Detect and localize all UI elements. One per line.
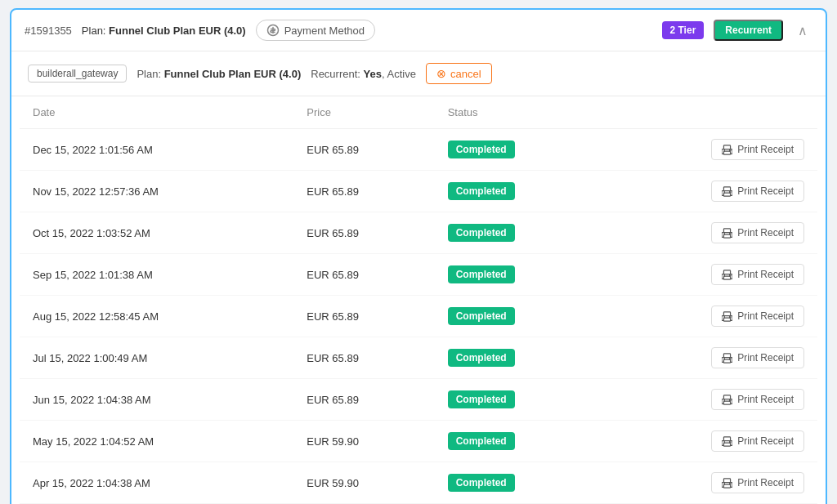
svg-point-21	[730, 399, 731, 400]
payment-card: #1591355 Plan: Funnel Club Plan EUR (4.0…	[10, 8, 827, 504]
cell-status: Completed	[435, 462, 603, 504]
header-plan-info: Plan: Funnel Club Plan EUR (4.0)	[82, 25, 246, 37]
svg-rect-4	[724, 186, 731, 190]
table-row: Jul 15, 2022 1:00:49 AM EUR 65.89 Comple…	[20, 337, 817, 379]
print-receipt-button[interactable]: Print Receipt	[711, 347, 804, 368]
recurrent-badge[interactable]: Recurrent	[714, 20, 783, 41]
collapse-button[interactable]: ∧	[793, 21, 812, 40]
cancel-label: cancel	[450, 68, 481, 80]
svg-rect-1	[724, 145, 731, 149]
table-row: Dec 15, 2022 1:01:56 AM EUR 65.89 Comple…	[20, 129, 817, 171]
svg-rect-14	[724, 318, 731, 321]
printer-icon	[722, 395, 732, 405]
cell-date: Jul 15, 2022 1:00:49 AM	[20, 337, 293, 379]
cell-status: Completed	[435, 421, 603, 462]
payment-method-button[interactable]: Payment Method	[256, 20, 375, 41]
cell-action: Print Receipt	[602, 296, 817, 337]
print-receipt-button[interactable]: Print Receipt	[711, 139, 804, 160]
cell-status: Completed	[435, 379, 603, 421]
cell-price: EUR 65.89	[293, 296, 434, 337]
transactions-table-container: Date Price Status Dec 15, 2022 1:01:56 A…	[11, 96, 826, 504]
plan-label: Plan:	[82, 25, 106, 37]
table-row: Apr 15, 2022 1:04:38 AM EUR 59.90 Comple…	[20, 462, 817, 504]
cell-status: Completed	[435, 337, 603, 379]
cell-price: EUR 65.89	[293, 129, 434, 171]
cancel-button[interactable]: ⊗ cancel	[426, 63, 492, 84]
subheader-plan-info: Plan: Funnel Club Plan EUR (4.0)	[137, 68, 301, 80]
cell-price: EUR 59.90	[293, 421, 434, 462]
status-badge: Completed	[448, 224, 515, 242]
table-body: Dec 15, 2022 1:01:56 AM EUR 65.89 Comple…	[20, 129, 817, 505]
printer-icon	[722, 186, 732, 197]
print-receipt-button[interactable]: Print Receipt	[711, 181, 804, 202]
status-badge: Completed	[448, 182, 515, 200]
print-receipt-button[interactable]: Print Receipt	[711, 306, 804, 327]
print-receipt-button[interactable]: Print Receipt	[711, 264, 804, 285]
cell-price: EUR 59.90	[293, 462, 434, 504]
print-receipt-button[interactable]: Print Receipt	[711, 389, 804, 410]
payment-method-label: Payment Method	[284, 25, 365, 37]
cell-date: Apr 15, 2022 1:04:38 AM	[20, 462, 293, 504]
cell-action: Print Receipt	[602, 462, 817, 504]
svg-point-27	[730, 483, 731, 484]
cell-status: Completed	[435, 212, 603, 254]
col-price: Price	[293, 96, 434, 129]
svg-rect-23	[724, 443, 731, 446]
cancel-icon: ⊗	[436, 67, 446, 80]
cell-price: EUR 65.89	[293, 337, 434, 379]
status-badge: Completed	[448, 432, 515, 450]
table-row: Sep 15, 2022 1:01:38 AM EUR 65.89 Comple…	[20, 254, 817, 296]
subheader-plan-name: Funnel Club Plan EUR (4.0)	[164, 68, 302, 80]
print-receipt-button[interactable]: Print Receipt	[711, 222, 804, 243]
cell-price: EUR 65.89	[293, 379, 434, 421]
recurrent-info: Recurrent: Yes, Active	[311, 68, 416, 80]
printer-icon	[722, 353, 732, 364]
cell-date: Oct 15, 2022 1:03:52 AM	[20, 212, 293, 254]
svg-point-9	[730, 233, 731, 234]
tier-badge: 2 Tier	[662, 21, 705, 39]
cell-price: EUR 65.89	[293, 171, 434, 212]
payment-icon	[266, 24, 280, 37]
svg-rect-7	[724, 228, 731, 232]
table-row: Oct 15, 2022 1:03:52 AM EUR 65.89 Comple…	[20, 212, 817, 254]
cell-action: Print Receipt	[602, 129, 817, 171]
print-receipt-button[interactable]: Print Receipt	[711, 472, 804, 493]
cell-status: Completed	[435, 254, 603, 296]
cell-date: Sep 15, 2022 1:01:38 AM	[20, 254, 293, 296]
printer-icon	[722, 311, 732, 322]
cell-action: Print Receipt	[602, 171, 817, 212]
svg-point-24	[730, 441, 731, 442]
svg-point-3	[730, 149, 731, 150]
table-row: Aug 15, 2022 12:58:45 AM EUR 65.89 Compl…	[20, 296, 817, 337]
printer-icon	[722, 478, 732, 488]
col-status: Status	[435, 96, 603, 129]
subscription-subheader: builderall_gateway Plan: Funnel Club Pla…	[11, 51, 826, 96]
cell-action: Print Receipt	[602, 421, 817, 462]
svg-rect-17	[724, 359, 731, 363]
svg-rect-25	[724, 478, 731, 482]
cell-price: EUR 65.89	[293, 254, 434, 296]
subscription-id: #1591355	[25, 25, 72, 37]
svg-point-15	[730, 316, 731, 317]
transactions-table: Date Price Status Dec 15, 2022 1:01:56 A…	[20, 96, 817, 504]
cell-date: Aug 15, 2022 12:58:45 AM	[20, 296, 293, 337]
card-header: #1591355 Plan: Funnel Club Plan EUR (4.0…	[11, 10, 826, 51]
cell-date: Nov 15, 2022 12:57:36 AM	[20, 171, 293, 212]
svg-rect-19	[724, 395, 731, 399]
printer-icon	[722, 145, 732, 155]
svg-rect-8	[724, 234, 731, 238]
svg-rect-2	[724, 151, 731, 154]
status-badge: Completed	[448, 265, 515, 283]
col-action	[602, 96, 817, 129]
print-receipt-button[interactable]: Print Receipt	[711, 430, 804, 452]
plan-name: Funnel Club Plan EUR (4.0)	[109, 25, 246, 37]
printer-icon	[722, 436, 732, 447]
recurrent-value: Yes	[364, 68, 382, 80]
table-row: Jun 15, 2022 1:04:38 AM EUR 65.89 Comple…	[20, 379, 817, 421]
cell-date: Dec 15, 2022 1:01:56 AM	[20, 129, 293, 171]
svg-rect-20	[724, 401, 731, 404]
status-badge: Completed	[448, 140, 515, 158]
status-badge: Completed	[448, 390, 515, 408]
svg-point-6	[730, 191, 731, 192]
cell-date: May 15, 2022 1:04:52 AM	[20, 421, 293, 462]
